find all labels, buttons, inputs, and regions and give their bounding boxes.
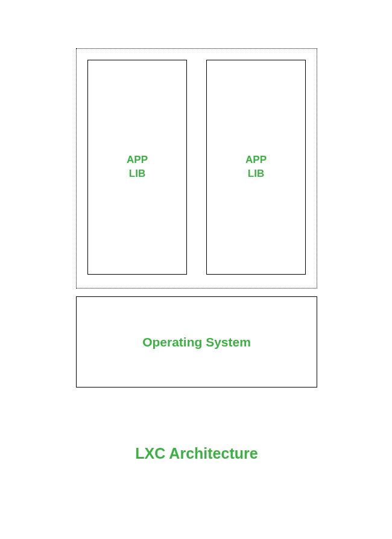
lxc-architecture-diagram: APP LIB APP LIB Operating System LXC Arc… — [76, 48, 317, 462]
app-container-2-line2: LIB — [248, 168, 264, 179]
app-container-1-line2: LIB — [129, 168, 145, 179]
app-container-1-line1: APP — [127, 154, 148, 165]
operating-system-box: Operating System — [76, 296, 317, 388]
app-container-1: APP LIB — [87, 60, 187, 275]
app-container-1-label: APP LIB — [127, 153, 148, 181]
diagram-title: LXC Architecture — [76, 445, 317, 462]
app-container-2: APP LIB — [206, 60, 306, 275]
app-container-2-line1: APP — [245, 154, 267, 165]
container-group: APP LIB APP LIB — [76, 48, 317, 289]
operating-system-label: Operating System — [142, 335, 251, 349]
app-container-2-label: APP LIB — [245, 153, 267, 181]
